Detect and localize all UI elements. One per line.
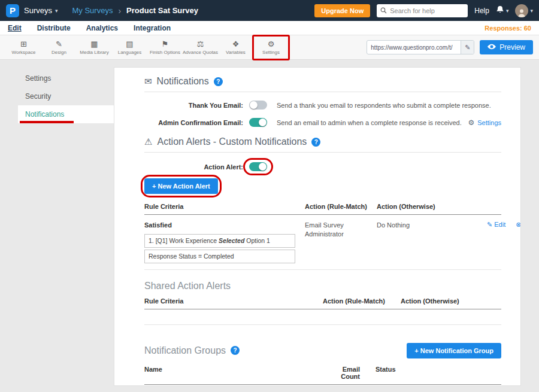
action-alerts-title: Action Alerts - Custom Notifications: [157, 136, 307, 147]
toolbar-item-label: Languages: [118, 50, 142, 55]
toolbar-item-label: Workspace: [12, 50, 36, 55]
upgrade-now-button[interactable]: Upgrade Now: [314, 4, 370, 17]
notifications-help-icon[interactable]: ?: [214, 77, 223, 86]
survey-url-value[interactable]: https://www.questionpro.com/t/: [367, 44, 461, 51]
col-rule-criteria: Rule Criteria: [144, 297, 323, 305]
languages-icon: ▤: [126, 39, 133, 48]
account-menu[interactable]: ▾: [515, 4, 533, 17]
admin-email-settings: ⚙ Settings: [468, 118, 501, 127]
search-icon: [380, 5, 387, 16]
col-name: Name: [144, 366, 323, 380]
tab-analytics[interactable]: Analytics: [86, 24, 118, 32]
eye-icon: [487, 43, 496, 51]
notifications-section-header: ✉ Notifications ?: [144, 76, 501, 87]
design-icon: ✎: [56, 39, 62, 48]
notification-groups-help-icon[interactable]: ?: [231, 346, 240, 355]
edit-toolbar: ⊞ Workspace ✎ Design ▦ Media Library ▤ L…: [0, 35, 539, 60]
new-group-label: New Notification Group: [420, 347, 493, 354]
finish-options-icon: ⚑: [162, 39, 169, 48]
tab-integration[interactable]: Integration: [134, 24, 171, 32]
sidebar-item-settings[interactable]: Settings: [18, 69, 114, 87]
chevron-down-icon: ▾: [55, 8, 58, 14]
action-alerts-help-icon[interactable]: ?: [311, 138, 320, 147]
notifications-panel: ✉ Notifications ? Thank You Email: Send …: [114, 67, 521, 386]
action-alerts-table: Rule Criteria Action (Rule-Match) Action…: [144, 203, 501, 270]
preview-button[interactable]: Preview: [480, 40, 533, 54]
edit-url-pencil-icon[interactable]: ✎: [461, 41, 474, 54]
new-action-alert-wrap: + New Action Alert: [144, 178, 218, 194]
thank-you-email-row: Thank You Email: Send a thank you email …: [144, 101, 501, 110]
thank-you-email-toggle[interactable]: [249, 101, 267, 110]
toolbar-item-settings[interactable]: ⚙ Settings: [253, 39, 289, 55]
toolbar-item-label: Advance Quotas: [183, 50, 218, 55]
delete-alert-link[interactable]: ⊗ Delete: [516, 221, 521, 228]
chevron-down-icon: ▾: [506, 8, 509, 14]
workspace-icon: ⊞: [20, 39, 27, 48]
toolbar-item-design[interactable]: ✎ Design: [41, 39, 77, 55]
toolbar-item-advance-quotas[interactable]: ⚖ Advance Quotas: [183, 39, 218, 55]
action-rule-match-cell: Email Survey Administrator: [305, 221, 377, 263]
col-action-rule-match: Action (Rule-Match): [323, 297, 401, 305]
criteria-condition-2: Response Status = Completed: [144, 250, 295, 263]
settings-gear-icon: ⚙: [268, 39, 275, 48]
media-library-icon: ▦: [90, 39, 98, 48]
admin-confirmation-toggle[interactable]: [249, 118, 267, 127]
toolbar-item-label: Design: [52, 50, 66, 55]
action-alert-row: Satisfied 1. [Q1] Work Experience Select…: [144, 215, 501, 270]
plus-icon: +: [152, 183, 156, 190]
tab-distribute[interactable]: Distribute: [37, 24, 71, 32]
settings-sidebar: Settings Security Notifications: [18, 67, 114, 386]
breadcrumb-my-surveys[interactable]: My Surveys: [72, 6, 113, 15]
toggle-knob: [259, 163, 267, 171]
toolbar-item-media-library[interactable]: ▦ Media Library: [77, 39, 112, 55]
thank-you-email-description: Send a thank you email to respondents wh…: [277, 102, 491, 109]
admin-email-settings-link[interactable]: Settings: [477, 119, 501, 126]
notifications-title: Notifications: [157, 76, 209, 87]
surveys-menu[interactable]: Surveys ▾: [24, 6, 58, 15]
sidebar-item-notifications[interactable]: Notifications: [18, 105, 114, 123]
delete-circle-icon: ⊗: [516, 221, 521, 228]
surveys-menu-label: Surveys: [24, 6, 52, 15]
notifications-bell-menu[interactable]: ▾: [496, 5, 509, 16]
action-otherwise-cell: Do Nothing: [377, 221, 479, 263]
shared-action-alerts-title: Shared Action Alerts: [144, 281, 501, 291]
col-action-otherwise: Action (Otherwise): [377, 203, 479, 210]
breadcrumb: My Surveys › Product Sat Survey: [72, 6, 199, 16]
new-action-alert-label: New Action Alert: [158, 183, 210, 190]
tab-edit[interactable]: Edit: [8, 24, 22, 32]
notification-groups-table: Name Email Count Status SankTest (Sanket…: [144, 366, 501, 386]
action-alerts-table-header: Rule Criteria Action (Rule-Match) Action…: [144, 203, 501, 215]
responses-count[interactable]: Responses: 60: [485, 25, 531, 32]
toggle-knob: [250, 101, 258, 109]
topbar: P Surveys ▾ My Surveys › Product Sat Sur…: [0, 0, 539, 21]
questionpro-app: P Surveys ▾ My Surveys › Product Sat Sur…: [0, 0, 539, 392]
preview-button-label: Preview: [499, 43, 525, 51]
toolbar-item-variables[interactable]: ❖ Variables: [218, 39, 253, 55]
questionpro-logo[interactable]: P: [6, 4, 19, 17]
new-notification-group-button[interactable]: + New Notification Group: [407, 343, 501, 358]
notification-groups-header: Notification Groups ? + New Notification…: [144, 343, 501, 358]
new-action-alert-button[interactable]: + New Action Alert: [144, 178, 218, 194]
sidebar-item-security[interactable]: Security: [18, 87, 114, 105]
toolbar-item-finish-options[interactable]: ⚑ Finish Options: [147, 39, 183, 55]
breadcrumb-current-survey: Product Sat Survey: [126, 6, 198, 15]
criteria-condition-1: 1. [Q1] Work Experience Selected Option …: [144, 234, 295, 248]
toolbar-item-label: Settings: [262, 50, 280, 55]
notification-toggles: Thank You Email: Send a thank you email …: [144, 101, 501, 127]
shared-action-alerts-section: Shared Action Alerts Rule Criteria Actio…: [144, 281, 501, 325]
survey-nav-tabs: Edit Distribute Analytics Integration Re…: [0, 21, 539, 35]
search-input[interactable]: [390, 7, 464, 14]
toolbar-item-languages[interactable]: ▤ Languages: [112, 39, 147, 55]
edit-alert-link[interactable]: ✎ Edit: [487, 221, 505, 228]
action-alert-toggle[interactable]: [249, 162, 267, 171]
shared-alerts-table-header: Rule Criteria Action (Rule-Match) Action…: [144, 297, 501, 309]
avatar: [515, 4, 528, 17]
toolbar-item-label: Variables: [226, 50, 246, 55]
help-search-box[interactable]: [377, 4, 468, 17]
help-link[interactable]: Help: [474, 7, 489, 15]
toolbar-item-workspace[interactable]: ⊞ Workspace: [6, 39, 41, 55]
col-action-rule-match: Action (Rule-Match): [305, 203, 377, 210]
criteria-name: Satisfied: [144, 221, 299, 230]
thank-you-email-label: Thank You Email:: [144, 102, 243, 109]
advance-quotas-icon: ⚖: [197, 39, 204, 48]
